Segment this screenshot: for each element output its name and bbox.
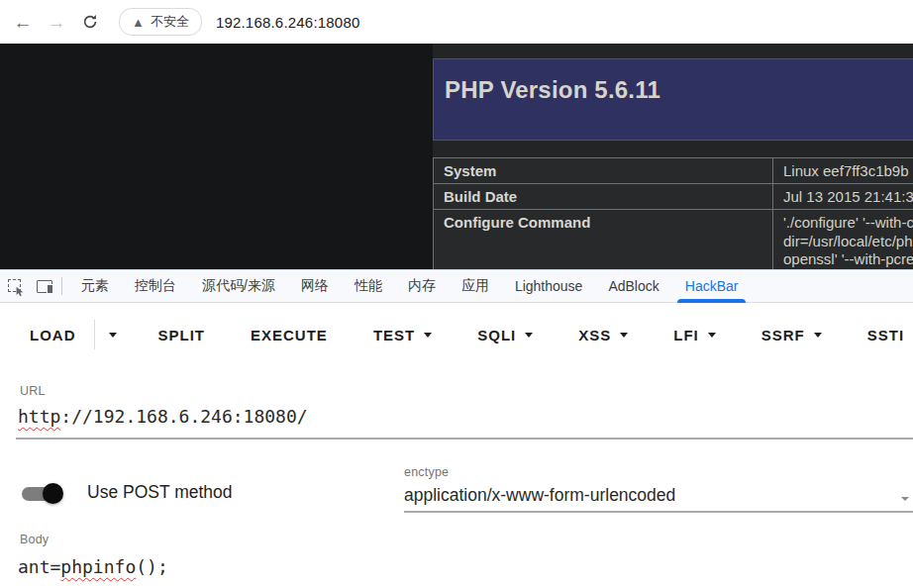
url-field-underline (16, 438, 913, 440)
toolbar-divider (61, 277, 62, 295)
page-viewport: PHP Version 5.6.11 System Linux eef7ff3c… (0, 44, 913, 269)
browser-window: ← → ▲ 不安全 192.168.6.246:18080 PHP Versio… (0, 0, 913, 588)
tab-hackbar[interactable]: HackBar (672, 269, 752, 303)
row-value: './configure' '--with-co dir=/usr/local/… (773, 210, 913, 269)
test-dropdown-button[interactable]: TEST (359, 317, 446, 353)
enctype-dropdown-icon[interactable] (901, 497, 909, 501)
sqli-dropdown-button[interactable]: SQLI (463, 317, 547, 353)
button-divider (94, 320, 95, 349)
body-input[interactable]: ant=phpinfo(); (18, 556, 168, 577)
row-value: Jul 13 2015 21:41:37 (773, 184, 913, 209)
forward-icon[interactable]: → (40, 13, 73, 32)
table-row: System Linux eef7ff3c1b9b 5. (434, 158, 913, 184)
tab-sources[interactable]: 源代码/来源 (189, 269, 288, 303)
row-value: Linux eef7ff3c1b9b 5. (773, 158, 913, 183)
tab-network[interactable]: 网络 (288, 269, 342, 303)
browser-toolbar: ← → ▲ 不安全 192.168.6.246:18080 (0, 0, 913, 44)
enctype-field-label: enctype (404, 465, 449, 479)
chevron-down-icon (525, 333, 533, 338)
back-icon[interactable]: ← (6, 13, 40, 32)
chevron-down-icon (814, 333, 822, 338)
warning-icon: ▲ (132, 16, 145, 29)
tab-elements[interactable]: 元素 (68, 269, 122, 303)
url-field-label: URL (20, 384, 46, 398)
split-button[interactable]: SPLIT (145, 317, 220, 353)
chevron-down-icon (708, 333, 716, 338)
address-bar-url[interactable]: 192.168.6.246:18080 (216, 14, 360, 31)
table-row: Build Date Jul 13 2015 21:41:37 (434, 184, 913, 210)
body-field-label: Body (20, 533, 49, 546)
phpinfo-header: PHP Version 5.6.11 (433, 58, 913, 141)
enctype-select[interactable]: application/x-www-form-urlencoded (404, 485, 675, 506)
device-toolbar-icon[interactable] (30, 273, 59, 299)
reload-icon[interactable] (73, 13, 107, 31)
use-post-label: Use POST method (87, 482, 233, 503)
ssrf-dropdown-button[interactable]: SSRF (748, 317, 836, 353)
security-chip[interactable]: ▲ 不安全 (119, 8, 202, 36)
chevron-down-icon (109, 333, 117, 338)
execute-button[interactable]: EXECUTE (237, 317, 342, 353)
security-chip-label: 不安全 (151, 13, 189, 31)
enctype-field-underline (404, 511, 913, 513)
tab-adblock[interactable]: AdBlock (595, 269, 671, 303)
tab-memory[interactable]: 内存 (395, 269, 449, 303)
tab-lighthouse[interactable]: Lighthouse (502, 269, 596, 303)
tab-performance[interactable]: 性能 (342, 269, 395, 303)
hackbar-toolbar: LOAD SPLIT EXECUTE TEST SQLI (16, 313, 913, 356)
row-label: Build Date (434, 184, 773, 209)
chevron-down-icon (424, 333, 432, 338)
tab-application[interactable]: 应用 (449, 269, 502, 303)
url-input[interactable]: http://192.168.6.246:18080/ (18, 406, 308, 427)
xss-dropdown-button[interactable]: XSS (564, 317, 642, 353)
inspect-element-icon[interactable] (0, 273, 30, 299)
phpinfo-content: PHP Version 5.6.11 System Linux eef7ff3c… (433, 44, 913, 269)
hackbar-panel: LOAD SPLIT EXECUTE TEST SQLI (0, 303, 913, 588)
use-post-toggle[interactable] (22, 483, 61, 505)
phpinfo-table: System Linux eef7ff3c1b9b 5. Build Date … (433, 157, 913, 269)
row-label: System (434, 158, 773, 183)
row-label: Configure Command (434, 210, 773, 269)
ssti-dropdown-button[interactable]: SSTI (854, 317, 913, 353)
devtools-tabbar: 元素 控制台 源代码/来源 网络 性能 内存 应用 Lighthouse AdB… (0, 269, 913, 303)
load-button[interactable]: LOAD (16, 317, 90, 353)
table-row: Configure Command './configure' '--with-… (434, 210, 913, 269)
tab-console[interactable]: 控制台 (122, 269, 189, 303)
phpinfo-title: PHP Version 5.6.11 (445, 76, 913, 104)
chevron-down-icon (620, 333, 628, 338)
lfi-dropdown-button[interactable]: LFI (659, 317, 730, 353)
load-dropdown-button[interactable] (99, 323, 127, 347)
